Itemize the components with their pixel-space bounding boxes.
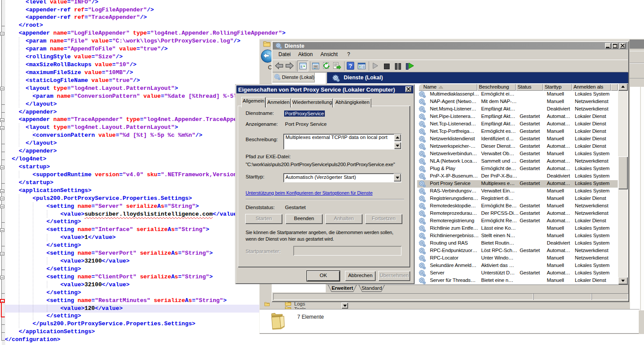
svg-text:?: ? [349, 63, 352, 69]
